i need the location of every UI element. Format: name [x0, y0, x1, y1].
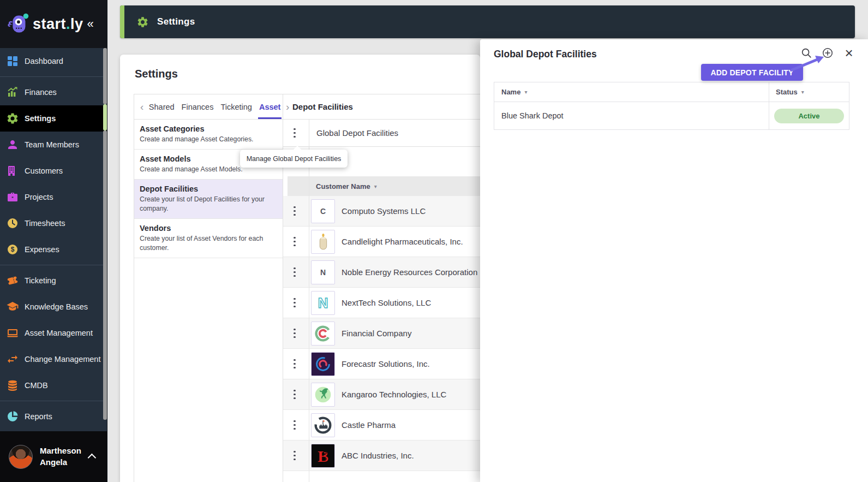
row-menu-kebab-icon[interactable] [291, 297, 298, 308]
row-menu-kebab-icon[interactable] [291, 419, 298, 431]
customer-name: Forecastr Solutions, Inc. [342, 359, 430, 368]
sidebar-item-settings[interactable]: Settings [0, 105, 107, 132]
customer-row-kangaroo-technologies-llc[interactable]: Kangaroo Technologies, LLC [283, 379, 480, 410]
panel-title: Global Depot Facilities [494, 49, 597, 60]
brand-dot: . [66, 16, 70, 32]
depot-name: Blue Shark Depot [494, 102, 769, 129]
svg-text:B: B [318, 447, 328, 465]
finances-icon [6, 86, 19, 99]
tabs-prev-chevron-icon[interactable]: ‹ [139, 102, 145, 112]
customer-row-forecastr-solutions-inc[interactable]: Forecastr Solutions, Inc. [283, 349, 480, 379]
row-menu-kebab-icon[interactable] [291, 358, 298, 370]
sidebar-item-finances[interactable]: Finances [0, 79, 107, 105]
sidebar-item-change-management[interactable]: Change Management [0, 346, 107, 372]
castle-logo [311, 413, 335, 437]
customer-row-abc-industries-inc[interactable]: B ABC Industries, Inc. [283, 441, 480, 471]
sort-caret-icon: ▾ [801, 89, 804, 95]
concentric-c-logo [311, 322, 335, 346]
kebab-column-divider [309, 120, 309, 482]
collapse-sidebar-icon[interactable]: « [87, 18, 94, 30]
settings-card: Settings ‹ SharedFinancesTicketingAsset … [120, 55, 480, 482]
sidebar-scrollbar-thumb[interactable] [103, 130, 107, 420]
customer-row-computo-systems-llc[interactable]: C Computo Systems LLC [283, 196, 480, 227]
tab-ticketing[interactable]: Ticketing [220, 94, 252, 119]
sidebar-item-customers[interactable]: Customers [0, 158, 107, 184]
circuit-b-logo: B [311, 444, 335, 468]
category-title: Vendors [140, 223, 276, 234]
sidebar-nav: Dashboard Finances Settings Team Members… [0, 48, 107, 431]
customer-name: NextTech Solutions, LLC [342, 298, 431, 307]
letter-n-logo: N [311, 260, 335, 284]
customer-row-financial-company[interactable]: Financial Company [283, 318, 480, 349]
row-menu-kebab-icon[interactable] [291, 205, 298, 217]
customer-row-candlelight-pharmaceuticals-inc[interactable]: Candlelight Pharmaceuticals, Inc. [283, 227, 480, 257]
row-menu-kebab-icon[interactable] [291, 450, 298, 461]
sidebar-item-asset-management[interactable]: Asset Management [0, 320, 107, 346]
customer-row-partial [283, 471, 480, 482]
row-menu-kebab-icon[interactable] [291, 127, 298, 139]
sidebar-item-team-members[interactable]: Team Members [0, 132, 107, 158]
page-title: Settings [135, 68, 178, 80]
row-menu-kebab-icon[interactable] [291, 328, 298, 339]
settings-tabs: ‹ SharedFinancesTicketingAsset › [134, 94, 283, 119]
manage-tooltip: Manage Global Depot Facilities [240, 150, 348, 168]
sort-caret-icon: ▾ [524, 89, 527, 95]
row-menu-kebab-icon[interactable] [291, 266, 298, 278]
customer-name-column-header[interactable]: Customer Name [316, 182, 370, 191]
sidebar-item-projects[interactable]: Projects [0, 184, 107, 210]
row-menu-kebab-icon[interactable] [291, 236, 298, 247]
settings-category-vendors[interactable]: Vendors Create your list of Asset Vendor… [134, 219, 283, 258]
status-column-header[interactable]: Status ▾ [769, 82, 849, 102]
row-menu-kebab-icon[interactable] [291, 389, 298, 400]
tab-asset[interactable]: Asset [259, 94, 281, 119]
user-avatar [9, 445, 33, 469]
database-icon [6, 379, 19, 392]
sidebar: start.ly « Dashboard Finances Settings T… [0, 0, 107, 482]
svg-text:$: $ [11, 246, 15, 253]
topbar-title: Settings [157, 16, 195, 27]
sidebar-item-dashboard[interactable]: Dashboard [0, 48, 107, 74]
nav-divider [0, 401, 107, 401]
tab-shared[interactable]: Shared [149, 94, 175, 119]
brand-logo[interactable]: start.ly « [0, 0, 107, 48]
depot-row[interactable]: Blue Shark Depot Active [494, 102, 849, 129]
sidebar-scrollbar-thumb[interactable] [103, 48, 107, 104]
user-name: Martheson Angela [40, 445, 90, 468]
category-description: Create your list of Asset Vendors for ea… [140, 234, 276, 253]
global-depot-facilities-row[interactable]: Global Depot Facilities [283, 120, 480, 147]
name-column-header[interactable]: Name ▾ [494, 82, 769, 102]
sidebar-item-reports[interactable]: Reports [0, 403, 107, 430]
dollar-icon: $ [6, 243, 19, 256]
customer-name: Financial Company [342, 329, 411, 338]
sidebar-item-expenses[interactable]: $ Expenses [0, 236, 107, 263]
settings-categories: Asset Categories Create and manage Asset… [134, 120, 283, 258]
customer-name: ABC Industries, Inc. [342, 451, 414, 460]
customer-row-noble-energy-resources-corporation[interactable]: N Noble Energy Resources Corporation [283, 257, 480, 288]
customer-row-castle-pharma[interactable]: Castle Pharma [283, 410, 480, 441]
tab-finances[interactable]: Finances [182, 94, 214, 119]
callout-arrow-icon [786, 52, 829, 74]
gear-icon [136, 16, 149, 28]
customer-rows: C Computo Systems LLC Candlelight Pharma… [283, 196, 480, 482]
sidebar-item-cmdb[interactable]: CMDB [0, 372, 107, 398]
settings-category-depot-facilities[interactable]: Depot Facilities Create your list of Dep… [134, 180, 283, 219]
sidebar-item-ticketing[interactable]: Ticketing [0, 267, 107, 294]
candle-logo [311, 230, 335, 254]
sidebar-item-timesheets[interactable]: Timesheets [0, 210, 107, 236]
nav-divider [0, 76, 107, 77]
global-depot-facilities-panel: Global Depot Facilities × ADD DEPOT FACI… [480, 39, 868, 482]
customer-table-header[interactable]: Customer Name ▾ [288, 176, 480, 196]
laptop-icon [6, 326, 19, 340]
settings-grid-header: ‹ SharedFinancesTicketingAsset › Depot F… [134, 94, 480, 120]
svg-text:N: N [318, 295, 328, 310]
customer-row-nexttech-solutions-llc[interactable]: N NextTech Solutions, LLC [283, 288, 480, 318]
status-badge: Active [774, 109, 844, 123]
sidebar-item-knowledge-bases[interactable]: Knowledge Bases [0, 294, 107, 320]
nav-divider [0, 265, 107, 265]
close-icon[interactable]: × [843, 47, 855, 59]
user-menu[interactable]: Martheson Angela [0, 431, 107, 482]
settings-category-asset-categories[interactable]: Asset Categories Create and manage Asset… [134, 120, 283, 150]
gear-icon [6, 112, 19, 125]
clock-icon [6, 217, 19, 230]
customer-name: Noble Energy Resources Corporation [342, 267, 477, 277]
